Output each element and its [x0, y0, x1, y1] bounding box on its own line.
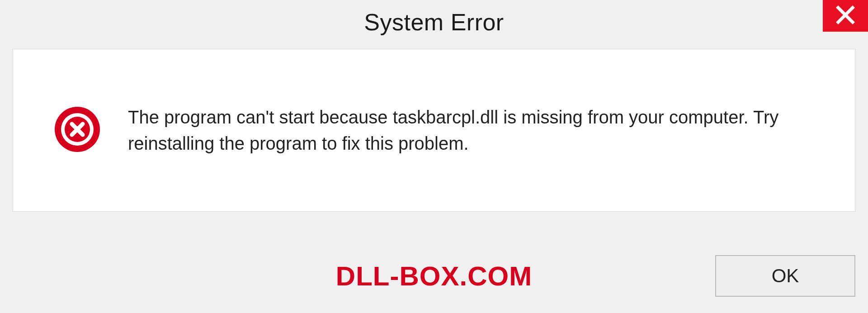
titlebar: System Error: [0, 0, 868, 44]
footer: DLL-BOX.COM OK: [13, 249, 855, 303]
error-message: The program can't start because taskbarc…: [128, 104, 828, 156]
content-panel: The program can't start because taskbarc…: [13, 49, 855, 212]
dialog-title: System Error: [364, 9, 504, 36]
watermark-text: DLL-BOX.COM: [336, 261, 532, 292]
error-icon: [54, 106, 101, 155]
close-icon: [835, 5, 855, 27]
ok-button[interactable]: OK: [715, 255, 855, 297]
close-button[interactable]: [823, 0, 868, 32]
